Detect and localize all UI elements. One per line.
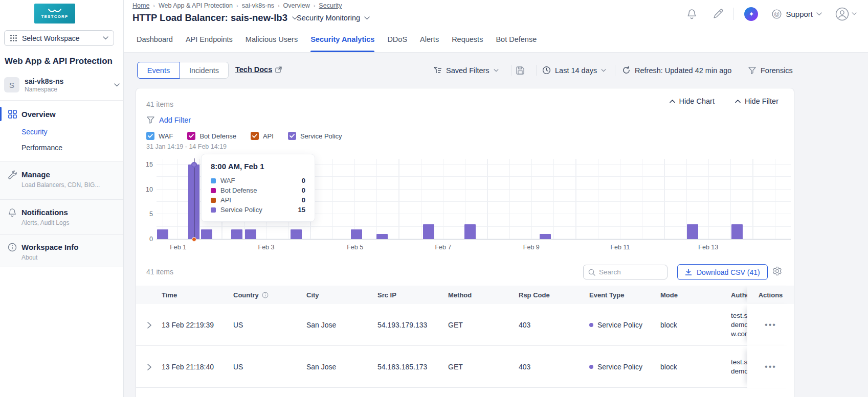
tab-alerts[interactable]: Alerts (420, 27, 439, 52)
chevron-up-icon (670, 100, 675, 103)
chart-bar[interactable] (245, 229, 256, 239)
time-range-dropdown[interactable]: Last 14 days (542, 62, 606, 79)
saved-filters-dropdown[interactable]: Saved Filters (434, 62, 499, 79)
chart-bar[interactable] (540, 234, 551, 239)
cell-rsp_code: 403 (519, 346, 588, 388)
refresh-button[interactable]: Refresh: Updated 42 min ago (622, 62, 731, 79)
forensics-button[interactable]: Forensics (748, 62, 793, 79)
series-filter-waf[interactable]: WAF (146, 132, 173, 140)
column-header-mode[interactable]: Mode (660, 286, 730, 304)
chart-bar[interactable] (376, 234, 388, 239)
toggle-incidents-button[interactable]: Incidents (180, 62, 229, 79)
tech-docs-label: Tech Docs (235, 65, 272, 74)
workspace-selector[interactable]: Select Workspace (4, 30, 114, 46)
sidebar-item-notifications[interactable]: Notifications Alerts, Audit Logs (0, 200, 123, 235)
user-menu[interactable] (835, 7, 857, 21)
tooltip-series-label: Service Policy (220, 206, 294, 214)
chart-bar[interactable] (201, 229, 212, 239)
sidebar-item-notifications-subtitle: Alerts, Audit Logs (21, 219, 69, 226)
expand-row-icon[interactable] (147, 346, 160, 388)
series-filter-service-policy[interactable]: Service Policy (288, 132, 342, 140)
sidebar-item-workspace-info[interactable]: Workspace Info About (0, 235, 123, 267)
sidebar-item-performance[interactable]: Performance (21, 144, 62, 152)
tab-malicious-users[interactable]: Malicious Users (246, 27, 298, 52)
chart-bar[interactable] (464, 224, 476, 239)
toggle-events-button[interactable]: Events (137, 62, 180, 79)
chart-bar[interactable] (687, 224, 698, 239)
breadcrumb-item[interactable]: Overview (283, 2, 310, 9)
tab-requests[interactable]: Requests (452, 27, 483, 52)
sidebar-item-overview[interactable]: Overview (0, 106, 124, 122)
x-axis-label: Feb 1 (170, 244, 186, 251)
sidebar-item-manage[interactable]: Manage Load Balancers, CDN, BIG... (0, 162, 123, 200)
chart-bar[interactable] (423, 224, 434, 239)
cell-country: US (233, 346, 305, 388)
svg-text:@: @ (774, 11, 780, 17)
tooltip-series-swatch (211, 178, 216, 183)
tab-ddos[interactable]: DDoS (387, 27, 407, 52)
column-header-time[interactable]: Time (162, 286, 232, 304)
table-settings-gear-icon[interactable] (772, 266, 782, 276)
notifications-bell-icon[interactable] (686, 9, 697, 19)
api-zero-point-marker (192, 237, 196, 242)
chevron-down-icon (494, 69, 499, 72)
breadcrumb-item[interactable]: Web App & API Protection (159, 2, 233, 9)
theme-pen-icon[interactable] (713, 9, 723, 19)
tooltip-series-value: 0 (302, 196, 305, 204)
breadcrumb-item[interactable]: Home (132, 2, 149, 9)
chart-bar[interactable] (231, 229, 242, 239)
namespace-selector[interactable]: S sai-vk8s-ns Namespace (4, 75, 120, 95)
search-input[interactable] (599, 268, 655, 276)
column-header-event-type[interactable]: Event Type (589, 286, 659, 304)
row-actions-menu[interactable]: ••• (747, 346, 794, 388)
column-header-autho[interactable]: Autho (731, 286, 747, 304)
chart-bar[interactable] (157, 229, 168, 239)
chevron-down-icon (103, 36, 108, 40)
info-icon (262, 292, 269, 298)
series-filter-bot-defense[interactable]: Bot Defense (187, 132, 236, 140)
breadcrumb-item[interactable]: sai-vk8s-ns (242, 2, 274, 9)
view-selector[interactable]: Security Monitoring (297, 14, 370, 22)
tooltip-row: API0 (211, 195, 305, 205)
column-header-actions[interactable]: Actions (747, 286, 794, 304)
add-filter-button[interactable]: Add Filter (146, 116, 191, 124)
column-header-city[interactable]: City (306, 286, 376, 304)
chart-bar[interactable] (731, 224, 743, 239)
sidebar-item-workspace-info-subtitle: About (21, 254, 37, 261)
tooltip-series-label: API (220, 196, 297, 204)
series-filter-label: WAF (159, 132, 173, 140)
column-header-country[interactable]: Country (233, 286, 305, 304)
tab-dashboard[interactable]: Dashboard (137, 27, 173, 52)
sidebar-item-security[interactable]: Security (21, 128, 48, 136)
expand-row-icon[interactable] (147, 304, 160, 346)
column-header-src-ip[interactable]: Src IP (377, 286, 447, 304)
tech-docs-link[interactable]: Tech Docs (235, 65, 282, 74)
ai-assistant-icon[interactable]: ✦ (744, 7, 758, 21)
support-menu[interactable]: @ Support (771, 9, 822, 19)
ellipsis-menu-icon[interactable]: ••• (765, 362, 776, 371)
chart-bar[interactable] (351, 229, 362, 239)
table-row[interactable]: 13 Feb 22:19:39USSan Jose54.193.179.133G… (136, 304, 794, 346)
column-header-rsp-code[interactable]: Rsp Code (519, 286, 588, 304)
row-actions-menu[interactable]: ••• (747, 304, 794, 346)
y-axis-label: 5 (139, 211, 153, 218)
bell-icon (8, 208, 17, 217)
tooltip-series-value: 15 (298, 206, 305, 214)
refresh-label: Refresh: Updated 42 min ago (635, 66, 731, 75)
download-csv-button[interactable]: Download CSV (41) (677, 264, 768, 280)
tab-security-analytics[interactable]: Security Analytics (310, 27, 374, 52)
cell-authority: test.sdemow.con (731, 304, 747, 346)
sidebar-item-manage-subtitle: Load Balancers, CDN, BIG... (21, 181, 100, 189)
cell-authority: test.sdemo (731, 346, 747, 388)
tab-api-endpoints[interactable]: API Endpoints (186, 27, 233, 52)
series-filter-api[interactable]: API (251, 132, 274, 140)
hide-filter-button[interactable]: Hide Filter (735, 97, 778, 105)
column-header-method[interactable]: Method (448, 286, 518, 304)
filter-bar-divider (536, 65, 537, 76)
ellipsis-menu-icon[interactable]: ••• (765, 320, 776, 330)
tab-bot-defense[interactable]: Bot Defense (496, 27, 537, 52)
table-row[interactable]: 13 Feb 21:18:40USSan Jose54.183.185.173G… (136, 346, 794, 388)
chart-bar[interactable] (291, 229, 302, 239)
hide-chart-button[interactable]: Hide Chart (670, 97, 715, 105)
breadcrumb-item[interactable]: Security (319, 2, 342, 9)
